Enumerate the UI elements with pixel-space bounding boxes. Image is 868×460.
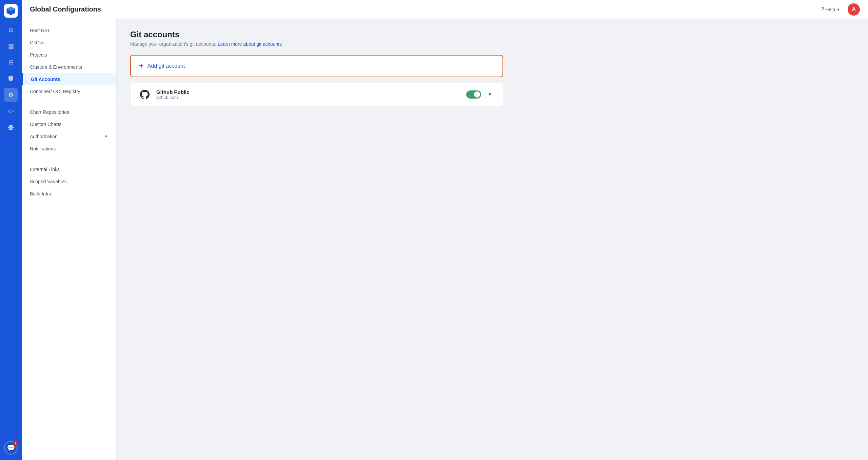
sidebar-item-custom-charts[interactable]: Custom Charts xyxy=(22,118,116,130)
sidebar-item-chart-repositories[interactable]: Chart Repositories xyxy=(22,106,116,118)
expand-button-0[interactable]: ▼ xyxy=(485,90,495,99)
add-git-account-label: Add git account xyxy=(147,63,185,69)
body-area: Host URL GitOps Projects Clusters & Envi… xyxy=(22,19,868,460)
nav-chart-icon[interactable]: ▦ xyxy=(4,39,18,53)
nav-settings-icon[interactable]: ⚙ xyxy=(4,88,18,102)
discord-badge: 1 xyxy=(13,440,18,446)
sidebar-item-clusters-environments[interactable]: Clusters & Environments xyxy=(22,61,116,73)
nav-security-icon[interactable] xyxy=(4,72,18,85)
add-git-account-card[interactable]: + Add git account xyxy=(130,55,503,77)
content-area: Git accounts Manage your organization's … xyxy=(117,19,868,460)
icon-rail: ⊞ ▦ ⊟ ⚙ </> 💬 1 xyxy=(0,0,22,460)
rail-bottom: 💬 1 xyxy=(4,441,18,455)
content-title: Git accounts xyxy=(130,30,854,39)
sidebar-item-build-infra[interactable]: Build Infra xyxy=(22,188,116,200)
github-icon xyxy=(139,88,151,101)
nav-apps-icon[interactable]: ⊟ xyxy=(4,56,18,69)
chevron-down-icon: ▼ xyxy=(104,134,108,139)
sidebar-item-host-url[interactable]: Host URL xyxy=(22,24,116,37)
header-right: ? Help ▼ A xyxy=(817,3,860,16)
help-label: Help xyxy=(825,7,835,12)
chevron-down-icon: ▼ xyxy=(487,91,493,98)
sidebar-item-notifications[interactable]: Notifications xyxy=(22,143,116,155)
sidebar-item-projects[interactable]: Projects xyxy=(22,49,116,61)
sidebar-item-container-oci-registry[interactable]: Container/ OCI Registry xyxy=(22,85,116,98)
sidebar-item-scoped-variables[interactable]: Scoped Variables xyxy=(22,175,116,188)
main-content: Global Configurations ? Help ▼ A Host UR… xyxy=(22,0,868,460)
page-title: Global Configurations xyxy=(30,5,101,13)
nav-code-icon[interactable]: </> xyxy=(4,104,18,118)
sidebar-divider-1 xyxy=(22,102,116,102)
top-header: Global Configurations ? Help ▼ A xyxy=(22,0,868,19)
nav-layers-icon[interactable] xyxy=(4,121,18,134)
git-account-url-0: github.com xyxy=(156,95,461,100)
git-account-card-0: Github Public github.com ▼ xyxy=(130,83,503,106)
user-avatar[interactable]: A xyxy=(848,3,860,16)
git-account-toggle-0[interactable] xyxy=(466,90,481,99)
sidebar: Host URL GitOps Projects Clusters & Envi… xyxy=(22,19,117,460)
learn-more-link[interactable]: Learn more about git accounts xyxy=(218,41,282,47)
content-subtitle: Manage your organization's git accounts.… xyxy=(130,41,854,47)
sidebar-item-gitops[interactable]: GitOps xyxy=(22,37,116,49)
git-account-name-0: Github Public xyxy=(156,89,461,95)
help-button[interactable]: ? Help ▼ xyxy=(817,4,844,15)
app-logo xyxy=(4,4,18,18)
sidebar-item-git-accounts[interactable]: Git Accounts xyxy=(22,73,116,85)
git-account-info-0: Github Public github.com xyxy=(156,89,461,100)
help-circle-icon: ? xyxy=(821,6,824,13)
sidebar-item-external-links[interactable]: External Links xyxy=(22,163,116,175)
discord-button[interactable]: 💬 1 xyxy=(4,441,18,455)
content-header: Git accounts Manage your organization's … xyxy=(130,30,854,47)
card-right-0: ▼ xyxy=(466,90,495,99)
sidebar-divider-2 xyxy=(22,159,116,159)
plus-icon: + xyxy=(139,62,143,70)
nav-dashboard-icon[interactable]: ⊞ xyxy=(4,23,18,37)
chevron-down-icon: ▼ xyxy=(836,7,840,12)
sidebar-item-authorization[interactable]: Authorization ▼ xyxy=(22,130,116,143)
